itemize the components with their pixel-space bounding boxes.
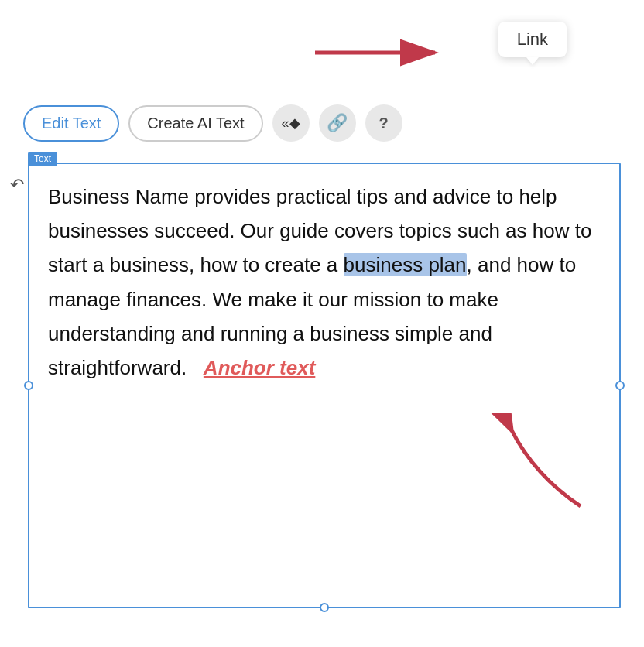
help-icon: ? — [379, 115, 389, 132]
back-chevron-icon: «◆ — [282, 115, 300, 132]
text-block-label: Text — [28, 152, 57, 166]
create-ai-text-button[interactable]: Create AI Text — [128, 105, 262, 142]
resize-handle-bottom[interactable] — [320, 603, 329, 612]
link-button[interactable]: 🔗 — [319, 104, 356, 142]
link-chain-icon: 🔗 — [327, 113, 348, 133]
resize-handle-right[interactable] — [615, 381, 625, 390]
resize-handle-left[interactable] — [24, 381, 33, 390]
link-tooltip-label: Link — [517, 29, 548, 49]
link-arrow-svg — [307, 29, 462, 76]
business-plan-arrow — [472, 413, 596, 514]
undo-button[interactable]: ↶ — [6, 174, 28, 196]
text-block[interactable]: Business Name provides practical tips an… — [28, 163, 621, 608]
help-button[interactable]: ? — [365, 104, 402, 142]
highlighted-text: business plan — [344, 253, 467, 276]
anchor-text-label[interactable]: Anchor text — [204, 356, 315, 379]
edit-text-button[interactable]: Edit Text — [23, 105, 119, 142]
link-tooltip: Link — [498, 22, 567, 57]
toolbar: Edit Text Create AI Text «◆ 🔗 ? — [23, 104, 402, 142]
text-block-wrapper: Text Business Name provides practical ti… — [28, 163, 621, 608]
back-icon-button[interactable]: «◆ — [272, 104, 310, 142]
